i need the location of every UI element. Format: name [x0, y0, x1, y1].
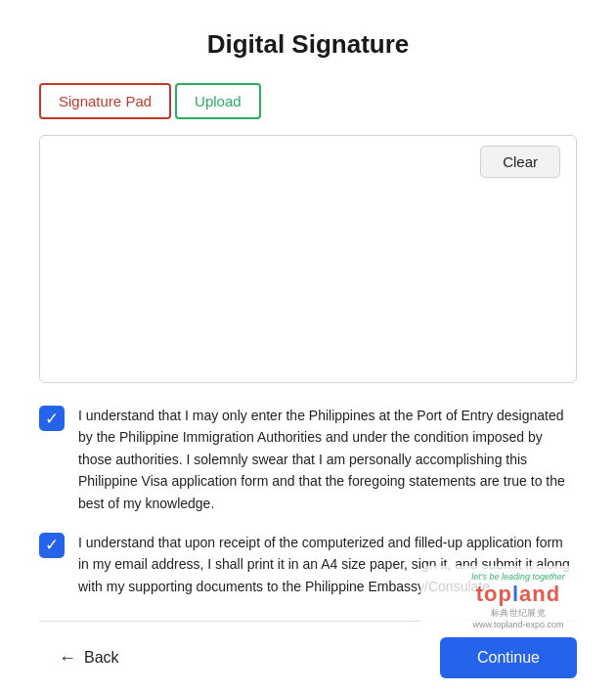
page-container: Digital Signature Signature Pad Upload C…: [0, 0, 616, 692]
clear-btn-row: Clear: [56, 146, 560, 178]
back-arrow-icon: ←: [59, 648, 76, 669]
checkbox-2[interactable]: ✓: [39, 533, 65, 558]
tab-upload[interactable]: Upload: [175, 83, 261, 119]
watermark-subtitle: 标典世纪展览: [430, 607, 606, 620]
checkbox-1[interactable]: ✓: [39, 406, 65, 431]
checkbox-section: ✓ I understand that I may only enter the…: [39, 405, 577, 597]
checkbox-row-1: ✓ I understand that I may only enter the…: [39, 405, 577, 514]
checkmark-2: ✓: [45, 537, 59, 553]
back-button[interactable]: ← Back: [39, 638, 139, 678]
page-title: Digital Signature: [39, 29, 577, 60]
clear-button[interactable]: Clear: [480, 146, 560, 178]
back-label: Back: [84, 649, 119, 667]
tab-signature-pad[interactable]: Signature Pad: [39, 83, 171, 119]
signature-area-wrapper: Clear: [39, 135, 577, 383]
checkbox-row-2: ✓ I understand that upon receipt of the …: [39, 532, 577, 597]
checkbox-2-text: I understand that upon receipt of the co…: [78, 532, 577, 597]
checkbox-1-text: I understand that I may only enter the P…: [78, 405, 577, 514]
tabs-row: Signature Pad Upload: [39, 83, 577, 119]
checkmark-1: ✓: [45, 411, 59, 427]
continue-button[interactable]: Continue: [440, 637, 577, 678]
signature-canvas[interactable]: [56, 186, 560, 367]
footer-bar: ← Back Continue: [39, 621, 577, 678]
